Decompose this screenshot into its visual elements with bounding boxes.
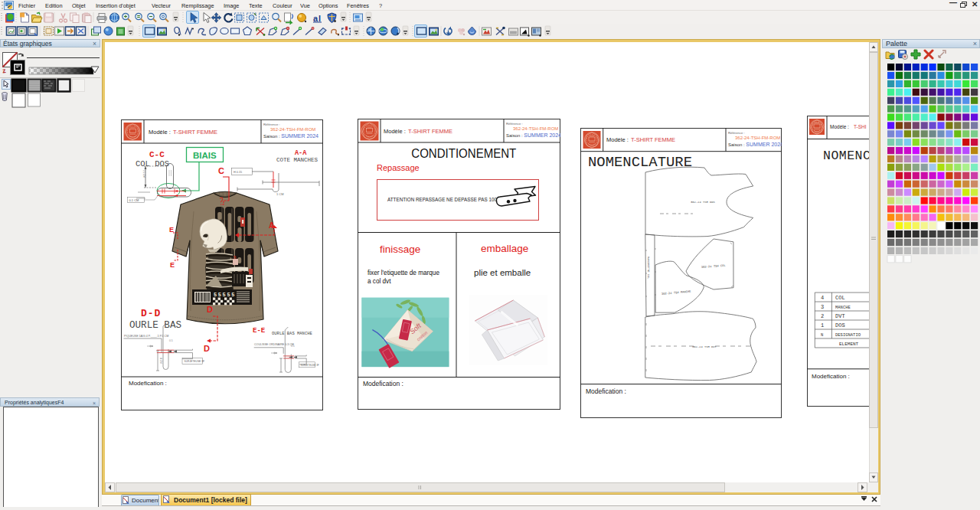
svg-text:D: D (204, 344, 210, 353)
svg-text:Référence :: Référence : (263, 123, 280, 126)
svg-text:H 0.15: H 0.15 (234, 171, 242, 174)
svg-text:4 CM: 4 CM (159, 358, 162, 364)
svg-text:NOMENC: NOMENC (823, 149, 869, 163)
svg-text:Modèle :: Modèle : (149, 129, 171, 136)
svg-text:1 CM: 1 CM (276, 192, 284, 196)
svg-text:Modefication :: Modefication : (129, 380, 167, 387)
svg-text:ATTENTION REPASSAGE NE DEPASSE: ATTENTION REPASSAGE NE DEPASSE PAS 100c (387, 197, 499, 202)
svg-text:D: D (207, 305, 213, 314)
svg-text:A: A (269, 221, 274, 230)
svg-text:finissage: finissage (380, 244, 420, 255)
svg-text:SURJETEUSE 3F: SURJETEUSE 3F (185, 360, 205, 363)
svg-text:OURLE BAS MANCHE: OURLE BAS MANCHE (272, 331, 313, 336)
svg-text:T-SHIRT FEMME: T-SHIRT FEMME (173, 129, 217, 136)
svg-text:0.1 CM: 0.1 CM (129, 198, 139, 202)
svg-text:SURJETEUSE 3F: SURJETEUSE 3F (301, 364, 319, 367)
svg-text:C-C: C-C (149, 150, 165, 159)
svg-text:DESIGNATIO: DESIGNATIO (835, 332, 861, 338)
svg-text:C: C (218, 166, 224, 175)
svg-text:COL DOS: COL DOS (136, 159, 169, 168)
svg-text:MANCHE: MANCHE (835, 305, 851, 310)
svg-text:Modefication :: Modefication : (363, 380, 403, 387)
svg-text:COTE MANCHES: COTE MANCHES (276, 157, 318, 163)
svg-text:emballage: emballage (481, 243, 528, 254)
svg-text:Modefication :: Modefication : (586, 387, 626, 395)
svg-text:Référence :: Référence : (506, 122, 523, 126)
svg-text:5: 5 (227, 292, 230, 298)
svg-text:COULISSE ORDINAIRE 0.3 CM: COULISSE ORDINAIRE 0.3 CM (254, 343, 294, 346)
svg-text:2: 2 (821, 313, 824, 319)
svg-text:E: E (170, 261, 175, 269)
svg-text:0.5: 0.5 (169, 339, 173, 342)
svg-text:5: 5 (223, 292, 226, 298)
svg-text:a col dvt: a col dvt (368, 278, 391, 285)
svg-text:362-24-TSH-FM-ROM: 362-24-TSH-FM-ROM (270, 127, 315, 132)
svg-text:MANCHETTE COL: MANCHETTE COL (647, 257, 650, 280)
svg-text:T-SHIRT FEMME: T-SHIRT FEMME (408, 128, 452, 135)
svg-text:Modèle :: Modèle : (606, 136, 629, 143)
svg-text:362-24-TSH-FM-ROM: 362-24-TSH-FM-ROM (735, 136, 780, 140)
svg-text:a: a (313, 14, 318, 23)
svg-text:D-D: D-D (141, 308, 161, 319)
svg-text:0.5: 0.5 (291, 345, 295, 348)
svg-text:A-A: A-A (295, 149, 307, 157)
svg-text:N: N (821, 332, 823, 338)
svg-text:DOS: DOS (835, 322, 845, 329)
svg-text:2.5 CM: 2.5 CM (142, 170, 145, 178)
svg-text:T-SHI: T-SHI (854, 124, 867, 129)
svg-text:Modèle :: Modèle : (384, 128, 406, 135)
svg-text:5: 5 (218, 292, 221, 298)
svg-text:OURLE BAS: OURLE BAS (129, 320, 181, 331)
svg-text:COL: COL (835, 295, 845, 301)
svg-text:Référence :: Référence : (728, 131, 745, 135)
svg-text:5: 5 (214, 292, 217, 298)
svg-text:3: 3 (821, 304, 824, 310)
svg-text:Modèle :: Modèle : (830, 124, 849, 129)
svg-text:362-24 TSH DOS: 362-24 TSH DOS (691, 201, 716, 204)
svg-text:DVT: DVT (835, 313, 845, 319)
svg-text:Saison : SUMMER 2024: Saison : SUMMER 2024 (728, 142, 782, 147)
svg-text:E-E: E-E (253, 327, 266, 335)
svg-text:Saison : SUMMER 2024: Saison : SUMMER 2024 (263, 133, 318, 139)
svg-text:362-24 TSH DVT: 362-24 TSH DVT (692, 345, 717, 348)
svg-text:BIAIS: BIAIS (193, 151, 217, 160)
svg-text:1: 1 (821, 322, 824, 329)
svg-text:5: 5 (231, 292, 234, 298)
svg-text:l: l (318, 14, 321, 23)
svg-text:T-SHIRT FEMME: T-SHIRT FEMME (631, 136, 675, 143)
svg-text:PIQUEUSE 1AIG 4 P.____.5 P.1: PIQUEUSE 1AIG 4 P.____.5 P.1 CM (124, 335, 168, 338)
svg-text:Modefication :: Modefication : (812, 373, 850, 380)
svg-text:362-24-TSH-FM-ROM: 362-24-TSH-FM-ROM (513, 126, 558, 131)
svg-text:ELEMENT: ELEMENT (839, 342, 859, 347)
svg-text:Saison : SUMMER 2024: Saison : SUMMER 2024 (506, 132, 560, 138)
svg-text:4: 4 (821, 295, 824, 301)
svg-text:plie et emballe: plie et emballe (474, 268, 531, 277)
svg-text:CONDITIONEMENT: CONDITIONEMENT (411, 146, 516, 160)
svg-text:Repassage: Repassage (377, 163, 420, 172)
svg-text:fixer l'etiquette de marque: fixer l'etiquette de marque (368, 270, 439, 276)
